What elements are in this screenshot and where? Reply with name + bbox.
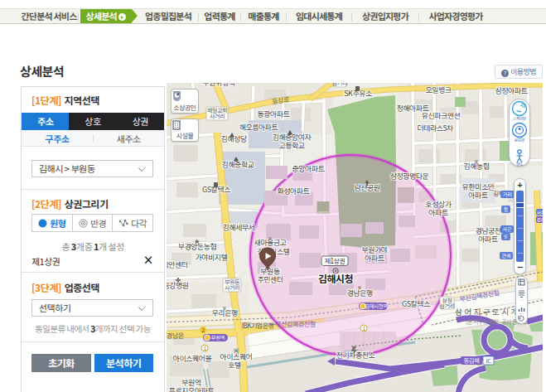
svg-text:견궤: 견궤 xyxy=(501,252,510,259)
svg-text:고등학교: 고등학교 xyxy=(278,140,304,151)
svg-text:스카이뷰: 스카이뷰 xyxy=(513,115,527,121)
svg-text:₩: ₩ xyxy=(222,304,226,312)
svg-text:말도: 말도 xyxy=(516,161,524,167)
svg-text:아파트: 아파트 xyxy=(468,190,488,201)
svg-text:₩: ₩ xyxy=(357,283,361,291)
svg-text:가야비지텔: 가야비지텔 xyxy=(196,252,228,263)
svg-text:거리: 거리 xyxy=(503,191,512,198)
svg-text:IBK기업은행: IBK기업은행 xyxy=(242,321,274,330)
svg-text:부원역: 부원역 xyxy=(211,333,225,341)
svg-text:김해시청: 김해시청 xyxy=(318,271,353,285)
svg-text:—부산김해경전철: —부산김해경전철 xyxy=(270,319,316,328)
svg-text:삼정아파트: 삼정아파트 xyxy=(495,85,528,96)
svg-text:경남은: 경남은 xyxy=(167,331,184,340)
svg-text:치안센터: 치안센터 xyxy=(167,259,188,270)
svg-text:GS칼텍스: GS칼텍스 xyxy=(402,298,430,309)
svg-text:오일뱅크: 오일뱅크 xyxy=(425,85,451,95)
svg-text:김해시청역: 김해시청역 xyxy=(365,302,387,310)
svg-text:아파트: 아파트 xyxy=(428,207,448,218)
svg-text:부원위림직: 부원위림직 xyxy=(203,83,235,88)
svg-text:전기차충전소: 전기차충전소 xyxy=(336,350,376,361)
svg-text:삼거리: 삼거리 xyxy=(440,302,455,310)
svg-text:삼정광명타운: 삼정광명타운 xyxy=(390,171,430,181)
svg-text:아이스퀘어몰: 아이스퀘어몰 xyxy=(173,353,212,364)
svg-text:₩: ₩ xyxy=(268,235,272,242)
svg-text:로드뷰: 로드뷰 xyxy=(515,137,525,143)
svg-text:동: 동 xyxy=(504,206,509,213)
svg-text:주민센터: 주민센터 xyxy=(257,274,283,285)
svg-text:사거리: 사거리 xyxy=(225,283,239,292)
svg-text:아파트: 아파트 xyxy=(365,253,384,264)
svg-text:도: 도 xyxy=(504,233,509,240)
svg-text:더테라스5차: 더테라스5차 xyxy=(417,123,453,133)
svg-text:Ⓗ: Ⓗ xyxy=(234,346,239,355)
svg-text:로타: 로타 xyxy=(536,216,543,224)
svg-text:중앙아파트: 중앙아파트 xyxy=(292,163,325,174)
svg-text:사거리: 사거리 xyxy=(210,112,225,120)
svg-text:김해성당: 김해성당 xyxy=(220,133,247,144)
svg-text:제1상권: 제1상권 xyxy=(325,256,345,265)
svg-text:삼거리: 삼거리 xyxy=(332,83,347,87)
svg-text:서부: 서부 xyxy=(536,209,543,216)
svg-text:동광아파트: 동광아파트 xyxy=(258,109,290,119)
svg-text:유신파크맨션: 유신파크맨션 xyxy=(422,110,461,121)
svg-text:아파트: 아파트 xyxy=(478,234,498,244)
svg-text:사군: 사군 xyxy=(502,225,512,233)
svg-text:김해세무서: 김해세무서 xyxy=(223,222,255,233)
svg-text:IC: IC xyxy=(486,356,492,365)
svg-text:동김해: 동김해 xyxy=(463,356,479,365)
svg-text:호텔: 호텔 xyxy=(228,360,241,370)
svg-text:₩: ₩ xyxy=(474,157,478,165)
svg-text:화성아파트: 화성아파트 xyxy=(278,186,310,196)
svg-text:푸르지오아파트: 푸르지오아파트 xyxy=(169,385,215,392)
